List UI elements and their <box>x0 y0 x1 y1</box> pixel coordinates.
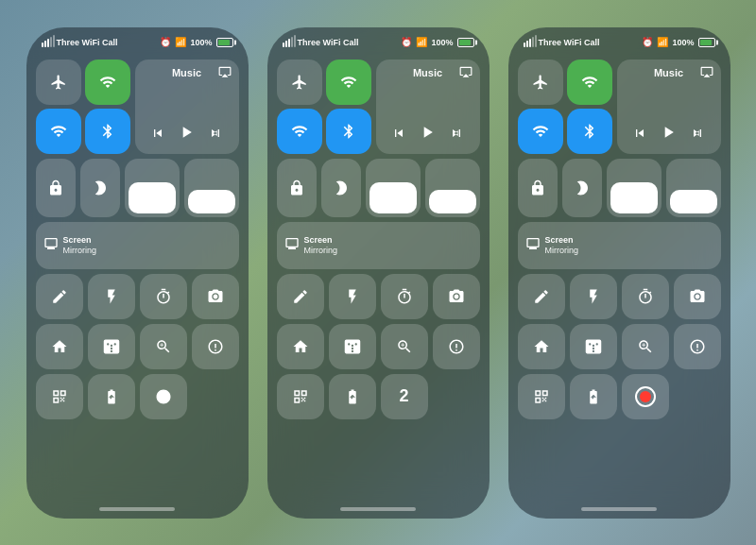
airplane-button[interactable] <box>518 60 563 105</box>
bluetooth-button[interactable] <box>326 109 371 154</box>
volume-slider[interactable] <box>184 159 239 217</box>
wifi-button[interactable] <box>85 60 130 105</box>
remote-icon <box>585 338 602 355</box>
grid-btn-torch[interactable] <box>329 274 376 319</box>
airplay-icon[interactable] <box>459 65 472 80</box>
grid-btn-grayscale[interactable] <box>433 324 480 369</box>
grid-btn-qr[interactable] <box>277 374 324 419</box>
music-next-button[interactable] <box>208 126 223 144</box>
signal-icon: 📶 <box>175 37 186 47</box>
torch-icon <box>585 288 602 305</box>
utilities-row <box>36 324 239 369</box>
grid-btn-home[interactable] <box>518 324 565 369</box>
battery-icon <box>457 38 474 47</box>
screen-mirroring-label: ScreenMirroring <box>545 235 579 256</box>
do-not-disturb-button[interactable] <box>562 159 602 217</box>
number-badge: 2 <box>399 386 408 406</box>
timer-icon <box>155 288 172 305</box>
music-prev-button[interactable] <box>150 126 165 144</box>
music-next-button[interactable] <box>690 126 705 144</box>
grid-btn-qr[interactable] <box>518 374 565 419</box>
screen-lock-button[interactable] <box>518 159 558 217</box>
screen-lock-button[interactable] <box>277 159 317 217</box>
alarm-icon: ⏰ <box>160 37 171 47</box>
grid-btn-grayscale[interactable] <box>192 324 239 369</box>
grid-btn-qr[interactable] <box>36 374 83 419</box>
grid-btn-timer[interactable] <box>381 274 428 319</box>
grid-btn-home[interactable] <box>277 324 324 369</box>
wifi-call-button[interactable] <box>36 109 81 154</box>
wifi-call-button[interactable] <box>518 109 563 154</box>
volume-slider[interactable] <box>425 159 480 217</box>
volume-slider[interactable] <box>666 159 721 217</box>
screen-mirroring-button[interactable]: ScreenMirroring <box>277 222 480 269</box>
screen-mirror-icon <box>525 236 541 254</box>
airplay-icon[interactable] <box>218 65 232 80</box>
screen-mirroring-label: ScreenMirroring <box>63 235 97 256</box>
grid-btn-zoom[interactable] <box>622 324 669 369</box>
remote-icon <box>344 338 361 355</box>
airplane-button[interactable] <box>277 60 322 105</box>
alarm-icon: ⏰ <box>642 37 653 47</box>
carrier-text: Three WiFi Call <box>539 38 600 47</box>
wifi-button[interactable] <box>567 60 612 105</box>
screen-mirroring-button[interactable]: ScreenMirroring <box>36 222 239 269</box>
camera-icon <box>207 288 224 305</box>
do-not-disturb-button[interactable] <box>321 159 361 217</box>
grid-btn-torch[interactable] <box>88 274 135 319</box>
grid-btn-battery-status[interactable] <box>88 374 135 419</box>
qr-icon <box>533 388 550 405</box>
grid-btn-battery-status[interactable] <box>570 374 617 419</box>
grid-btn-number-2[interactable]: 2 <box>381 374 428 419</box>
airplane-button[interactable] <box>36 60 81 105</box>
grid-btn-zoom[interactable] <box>381 324 428 369</box>
grid-btn-remote[interactable] <box>329 324 376 369</box>
grid-btn-edit[interactable] <box>36 274 83 319</box>
do-not-disturb-button[interactable] <box>80 159 120 217</box>
grid-btn-zoom[interactable] <box>140 324 187 369</box>
grid-btn-camera[interactable] <box>433 274 480 319</box>
grid-btn-timer[interactable] <box>622 274 669 319</box>
grid-btn-remote[interactable] <box>88 324 135 369</box>
screen-mirroring-button[interactable]: ScreenMirroring <box>518 222 721 269</box>
music-prev-button[interactable] <box>632 126 647 144</box>
screen-lock-button[interactable] <box>36 159 76 217</box>
music-widget[interactable]: Music <box>135 60 239 154</box>
home-bar <box>340 507 416 511</box>
grid-btn-edit[interactable] <box>518 274 565 319</box>
music-title: Music <box>145 67 230 78</box>
music-play-button[interactable] <box>659 123 678 146</box>
brightness-slider[interactable] <box>607 159 662 217</box>
grid-btn-timer[interactable] <box>140 274 187 319</box>
bluetooth-button[interactable] <box>85 109 130 154</box>
grid-btn-camera[interactable] <box>674 274 721 319</box>
home-icon <box>51 338 68 355</box>
grid-btn-remote[interactable] <box>570 324 617 369</box>
grid-btn-torch[interactable] <box>570 274 617 319</box>
brightness-slider[interactable] <box>366 159 421 217</box>
music-widget[interactable]: Music <box>617 60 721 154</box>
battery-percent: 100% <box>431 38 453 47</box>
wifi-call-button[interactable] <box>277 109 322 154</box>
grid-btn-record[interactable] <box>622 374 669 419</box>
edit-icon <box>533 288 550 305</box>
home-icon <box>533 338 550 355</box>
grid-btn-grayscale[interactable] <box>674 324 721 369</box>
bluetooth-button[interactable] <box>567 109 612 154</box>
music-widget[interactable]: Music <box>376 60 480 154</box>
grid-btn-battery-status[interactable] <box>329 374 376 419</box>
music-play-button[interactable] <box>418 123 437 146</box>
phones-container: Three WiFi Call⏰📶100%MusicScreenMirrorin… <box>0 0 756 545</box>
grid-btn-circle[interactable] <box>140 374 187 419</box>
qr-icon <box>51 388 68 405</box>
music-play-button[interactable] <box>177 123 196 146</box>
grid-btn-edit[interactable] <box>277 274 324 319</box>
grid-btn-home[interactable] <box>36 324 83 369</box>
wifi-button[interactable] <box>326 60 371 105</box>
brightness-slider[interactable] <box>125 159 180 217</box>
airplay-icon[interactable] <box>700 65 713 80</box>
grid-btn-camera[interactable] <box>192 274 239 319</box>
music-prev-button[interactable] <box>391 126 406 144</box>
battery-status-icon <box>103 388 120 405</box>
music-next-button[interactable] <box>449 126 464 144</box>
